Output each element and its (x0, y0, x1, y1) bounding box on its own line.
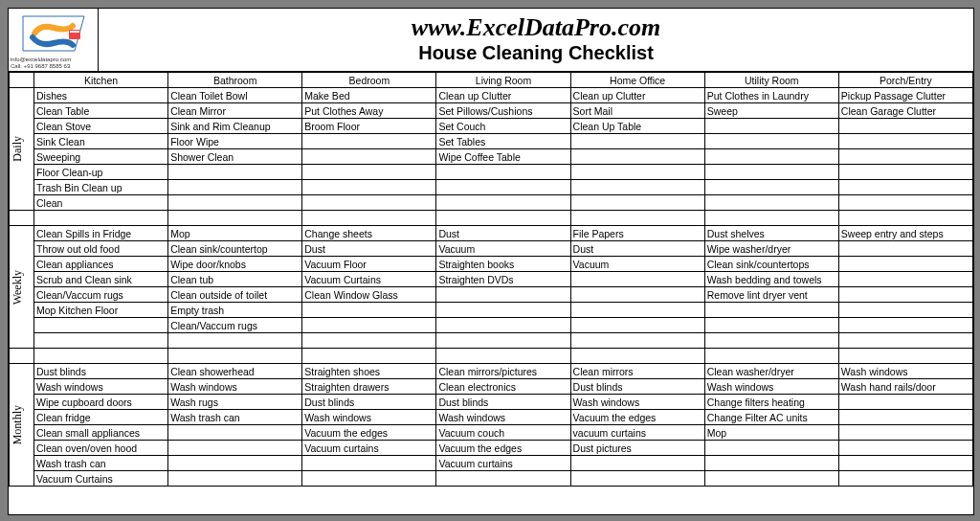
table-row: Wash trash canVacuum curtains (10, 456, 973, 471)
task-cell: Mop (168, 226, 302, 241)
task-cell: Clean up Clutter (436, 88, 570, 103)
task-cell: Put Clothes Away (302, 103, 436, 119)
task-cell (704, 318, 838, 333)
task-cell (838, 149, 972, 165)
section-separator (10, 349, 973, 364)
section-label: Monthly (11, 405, 32, 444)
task-cell: Straighten DVDs (436, 272, 570, 287)
table-row: Floor Clean-up (10, 165, 973, 180)
task-cell: Pickup Passage Clutter (838, 88, 972, 103)
task-cell: Wash windows (436, 410, 570, 425)
task-cell (302, 149, 436, 165)
column-header: Utility Room (704, 73, 838, 88)
task-cell: Wash windows (704, 379, 838, 395)
separator-cell (34, 211, 168, 226)
task-cell: Sweep (704, 103, 838, 119)
task-cell (838, 441, 972, 456)
task-cell (302, 134, 436, 149)
task-cell: Floor Clean-up (34, 165, 168, 180)
task-cell: Clean mirrors (570, 364, 704, 379)
task-cell (436, 318, 570, 333)
task-cell: Clean washer/dryer (704, 364, 838, 379)
section-label: Daily (11, 136, 32, 162)
task-cell: Wash windows (570, 395, 704, 410)
task-cell: Trash Bin Clean up (34, 180, 168, 195)
task-cell: Clean small appliances (34, 425, 168, 441)
task-cell (168, 165, 302, 180)
task-cell (838, 165, 972, 180)
task-cell: Clean (34, 195, 168, 211)
table-row: WeeklyClean Spills in FridgeMopChange sh… (10, 226, 973, 241)
task-cell: Clean Up Table (570, 119, 704, 134)
task-cell (838, 456, 972, 471)
task-cell: Wash windows (302, 410, 436, 425)
task-cell: Wash rugs (168, 395, 302, 410)
separator-cell (704, 349, 838, 364)
task-cell (168, 471, 302, 487)
table-row: Clean StoveSink and Rim CleanupBroom Flo… (10, 119, 973, 134)
separator-cell (302, 349, 436, 364)
task-cell (436, 195, 570, 211)
task-cell: Dust blinds (570, 379, 704, 395)
svg-rect-1 (70, 31, 79, 33)
task-cell (704, 195, 838, 211)
document-title: House Cleaning Checklist (418, 42, 654, 64)
task-cell (838, 287, 972, 303)
separator-cell (570, 349, 704, 364)
section-label-cell: Daily (10, 88, 34, 211)
task-cell: Vacuum (436, 241, 570, 257)
task-cell: Change filters heating (704, 395, 838, 410)
task-cell (302, 456, 436, 471)
task-cell (570, 471, 704, 487)
task-cell (838, 425, 972, 441)
contact-email: info@exceldatapro.com (11, 57, 96, 63)
section-label-cell: Weekly (10, 226, 34, 349)
task-cell (704, 441, 838, 456)
task-cell: Sort Mail (570, 103, 704, 119)
task-cell: Dust (302, 241, 436, 257)
task-cell: Wipe cupboard doors (34, 395, 168, 410)
task-cell: Wash hand rails/door (838, 379, 972, 395)
task-cell: Set Pillows/Cushions (436, 103, 570, 119)
task-cell (570, 195, 704, 211)
contact-phone: Call: +91 9687 8585 63 (11, 63, 96, 70)
task-cell: Clean up Clutter (570, 88, 704, 103)
task-cell: Dust pictures (570, 441, 704, 456)
table-row: DailyDishesClean Toilet BowlMake BedClea… (10, 88, 973, 103)
task-cell: Broom Floor (302, 119, 436, 134)
task-cell: Wipe Coffee Table (436, 149, 570, 165)
task-cell: Clean Toilet Bowl (168, 88, 302, 103)
task-cell (570, 287, 704, 303)
column-header: Bedroom (302, 73, 436, 88)
task-cell: Clean Table (34, 103, 168, 119)
column-header: Porch/Entry (838, 73, 972, 88)
task-cell: Wash windows (34, 379, 168, 395)
task-cell (302, 165, 436, 180)
task-cell: Shower Clean (168, 149, 302, 165)
task-cell: Clean mirrors/pictures (436, 364, 570, 379)
task-cell: Put Clothes in Laundry (704, 88, 838, 103)
column-header: Home Office (570, 73, 704, 88)
task-cell (168, 333, 302, 349)
task-cell: Vacuum Floor (302, 257, 436, 272)
task-cell (570, 149, 704, 165)
worksheet: info@exceldatapro.com Call: +91 9687 858… (8, 8, 974, 515)
table-row: Mop Kitchen FloorEmpty trash (10, 303, 973, 318)
table-row: Sink CleanFloor WipeSet Tables (10, 134, 973, 149)
task-cell (436, 333, 570, 349)
table-row: Clean fridgeWash trash canWash windowsWa… (10, 410, 973, 425)
task-cell: Set Couch (436, 119, 570, 134)
task-cell: Wash trash can (168, 410, 302, 425)
task-cell: Set Tables (436, 134, 570, 149)
handshake-icon (15, 11, 92, 57)
header-row: info@exceldatapro.com Call: +91 9687 858… (9, 9, 973, 72)
table-row (10, 333, 973, 349)
task-cell: Straighten books (436, 257, 570, 272)
task-cell: Dust blinds (34, 364, 168, 379)
task-cell (704, 134, 838, 149)
task-cell (168, 180, 302, 195)
task-cell (302, 318, 436, 333)
task-cell: Vacuum the edges (570, 410, 704, 425)
task-cell: Vacuum curtains (436, 456, 570, 471)
table-row: Vacuum Curtains (10, 471, 973, 487)
